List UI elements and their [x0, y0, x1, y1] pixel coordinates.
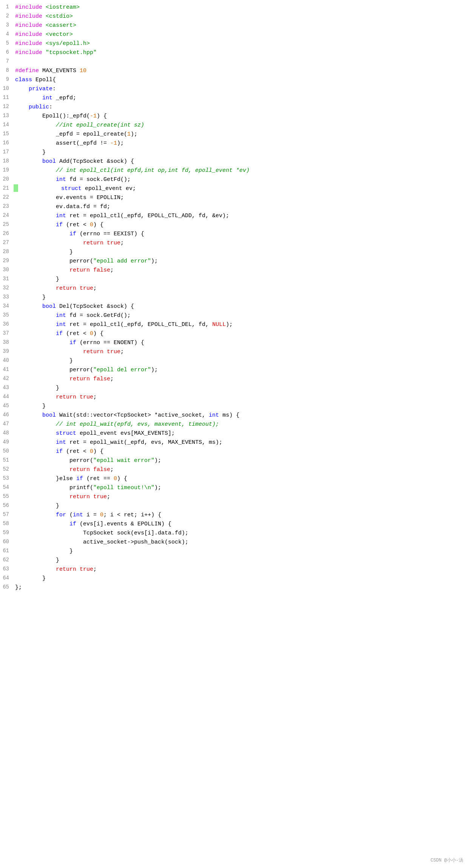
line-number: 65: [0, 583, 14, 592]
line-number: 37: [0, 329, 14, 338]
line-number: 54: [0, 483, 14, 492]
token: <iostream>: [46, 4, 80, 11]
line-number: 49: [0, 438, 14, 446]
token: [90, 466, 93, 473]
code-line: 65};: [0, 583, 467, 592]
token: bool: [42, 412, 56, 419]
token: [15, 231, 69, 237]
token: [15, 303, 42, 310]
code-line: 48 struct epoll_event evs[MAX_EVENTS];: [0, 429, 467, 438]
token: }: [15, 276, 59, 283]
line-content: #include <sys/epoll.h>: [14, 39, 467, 48]
token: epoll_event evs[MAX_EVENTS];: [76, 430, 175, 437]
token: [15, 158, 42, 165]
line-number: 44: [0, 393, 14, 401]
line-number: 63: [0, 565, 14, 573]
code-line: 21 struct epoll_event ev;: [0, 184, 467, 193]
token: );: [151, 367, 158, 373]
token: [15, 394, 56, 400]
code-line: 14 //int epoll_create(int sz): [0, 121, 467, 130]
token: false: [93, 466, 110, 473]
line-content: class Epoll{: [14, 76, 467, 84]
token: -1: [90, 113, 97, 119]
token: 0: [90, 222, 93, 228]
token: 0: [114, 476, 117, 482]
token: }: [15, 149, 46, 156]
token: :: [49, 104, 52, 110]
token: [15, 213, 56, 219]
token: ;: [120, 240, 124, 246]
token: // int epoll_ctl(int epfd,int op,int fd,…: [56, 167, 250, 174]
line-content: return false;: [14, 465, 467, 474]
line-content: if (ret < 0) {: [14, 329, 467, 338]
line-content: }: [14, 384, 467, 392]
token: return: [69, 267, 90, 273]
token: ms) {: [219, 412, 239, 419]
token: <cstdio>: [46, 13, 73, 20]
token: bool: [42, 158, 56, 165]
token: [15, 167, 56, 174]
code-line: 23 ev.data.fd = fd;: [0, 202, 467, 212]
token: class: [15, 77, 35, 83]
token: -1: [110, 140, 117, 147]
code-line: 10 private:: [0, 85, 467, 94]
token: return: [83, 349, 103, 355]
token: struct: [61, 185, 82, 192]
token: [15, 331, 56, 337]
line-content: #define MAX_EVENTS 10: [14, 66, 467, 75]
token: 0: [90, 331, 93, 337]
token: struct: [56, 430, 76, 437]
token: (ret <: [63, 331, 90, 337]
line-content: int ret = epoll_ctl(_epfd, EPOLL_CTL_ADD…: [14, 212, 467, 220]
code-line: 41 perror("epoll del error");: [0, 366, 467, 375]
code-line: 49 int ret = epoll_wait(_epfd, evs, MAX_…: [0, 438, 467, 447]
line-content: //int epoll_create(int sz): [14, 121, 467, 130]
line-content: TcpSocket sock(evs[i].data.fd);: [14, 529, 467, 537]
code-line: 22 ev.events = EPOLLIN;: [0, 193, 467, 202]
token: active_socket->push_back(sock);: [15, 539, 188, 545]
token: ;: [93, 285, 97, 292]
token: [15, 95, 42, 101]
line-content: ev.events = EPOLLIN;: [14, 193, 467, 202]
line-content: }: [14, 293, 467, 302]
line-number: 62: [0, 556, 14, 564]
token: }: [15, 503, 59, 509]
token: false: [93, 376, 110, 382]
token: [90, 494, 93, 500]
token: );: [154, 457, 161, 464]
token: #define: [15, 68, 42, 74]
line-content: if (ret < 0) {: [14, 447, 467, 456]
line-number: 39: [0, 348, 14, 356]
token: [20, 185, 61, 192]
token: true: [80, 285, 93, 292]
line-number: 14: [0, 121, 14, 129]
line-number: 35: [0, 311, 14, 320]
token: if: [56, 222, 63, 228]
code-line: 34 bool Del(TcpSocket &sock) {: [0, 302, 467, 311]
line-number: 5: [0, 39, 14, 48]
code-line: 3#include <cassert>: [0, 21, 467, 30]
line-number: 4: [0, 30, 14, 39]
line-content: public:: [14, 103, 467, 111]
token: // int epoll_wait(epfd, evs, maxevent, t…: [56, 421, 219, 428]
token: true: [107, 349, 120, 355]
line-number: 6: [0, 48, 14, 57]
line-content: if (errno == ENOENT) {: [14, 338, 467, 347]
token: }: [15, 249, 73, 255]
code-line: 30 return false;: [0, 266, 467, 275]
token: [90, 267, 93, 273]
line-number: 50: [0, 447, 14, 456]
line-content: bool Del(TcpSocket &sock) {: [14, 302, 467, 311]
line-content: struct epoll_event evs[MAX_EVENTS];: [14, 429, 467, 438]
token: "tcpsocket.hpp": [46, 49, 97, 56]
token: return: [69, 466, 90, 473]
code-line: 7: [0, 57, 467, 66]
line-number: 36: [0, 320, 14, 329]
token: };: [15, 584, 22, 591]
token: [15, 267, 69, 273]
token: }: [15, 403, 46, 409]
line-number: 3: [0, 21, 14, 29]
token: TcpSocket sock(evs[i].data.fd);: [15, 530, 188, 536]
code-line: 31 }: [0, 275, 467, 284]
line-content: int fd = sock.GetFd();: [14, 311, 467, 320]
